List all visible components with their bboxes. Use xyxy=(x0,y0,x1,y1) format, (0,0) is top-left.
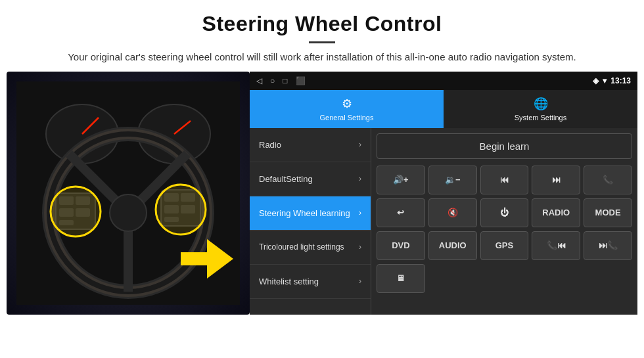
screen-button[interactable]: 🖥 xyxy=(377,264,425,293)
menu-item-tricoloured[interactable]: Tricoloured light settings › xyxy=(250,231,371,265)
next-track-button[interactable]: ⏭ xyxy=(532,166,580,194)
headunit-ui: ◁ ○ □ ⬛ ◈ ▾ 13:13 ⚙ General Settings xyxy=(250,72,637,315)
statusbar-status: ◈ ▾ 13:13 xyxy=(593,76,631,85)
page-title: Steering Wheel Control xyxy=(26,12,618,36)
tab-general-settings[interactable]: ⚙ General Settings xyxy=(250,90,444,128)
wifi-icon: ▾ xyxy=(603,76,607,85)
call-prev-button[interactable]: 📞⏮ xyxy=(532,231,580,260)
steering-wheel-svg xyxy=(7,72,250,315)
content-area: ◁ ○ □ ⬛ ◈ ▾ 13:13 ⚙ General Settings xyxy=(7,72,637,315)
page-wrapper: Steering Wheel Control Your original car… xyxy=(0,0,644,315)
tab-system-settings-label: System Settings xyxy=(515,114,566,122)
menu-item-default-setting[interactable]: DefaultSetting › xyxy=(250,162,371,196)
control-row-2: ↩ 🔇 ⏻ RADIO MODE xyxy=(377,198,632,227)
call-button[interactable]: 📞 xyxy=(584,166,632,194)
tabs-bar: ⚙ General Settings 🌐 System Settings xyxy=(250,90,637,128)
chevron-icon: › xyxy=(359,277,361,286)
vol-down-button[interactable]: 🔉− xyxy=(428,166,477,194)
svg-point-24 xyxy=(51,187,101,236)
page-header: Steering Wheel Control Your original car… xyxy=(0,0,644,72)
chevron-icon: › xyxy=(359,242,361,252)
begin-learn-row: Begin learn xyxy=(377,133,632,159)
mute-button[interactable]: 🔇 xyxy=(428,198,477,227)
svg-point-25 xyxy=(156,185,206,235)
mode-button[interactable]: MODE xyxy=(584,198,632,227)
control-panel: Begin learn 🔊+ 🔉− ⏮ xyxy=(371,128,637,315)
control-row-3: DVD AUDIO GPS 📞⏮ ⏭📞 xyxy=(377,231,632,260)
tab-system-settings[interactable]: 🌐 System Settings xyxy=(444,90,637,128)
menu-item-whitelist[interactable]: Whitelist setting › xyxy=(250,265,371,299)
dvd-button[interactable]: DVD xyxy=(377,231,425,260)
main-panel: Radio › DefaultSetting › Steering Wheel … xyxy=(250,128,637,315)
svg-point-11 xyxy=(110,194,147,231)
chevron-icon: › xyxy=(359,140,361,149)
menu-item-steering-wheel[interactable]: Steering Wheel learning › xyxy=(250,196,371,231)
nav-home-icon[interactable]: ○ xyxy=(270,76,275,85)
vol-up-button[interactable]: 🔊+ xyxy=(377,166,425,194)
title-divider xyxy=(309,41,335,43)
prev-track-button[interactable]: ⏮ xyxy=(480,166,529,194)
gps-button[interactable]: GPS xyxy=(480,231,529,260)
nav-cast-icon[interactable]: ⬛ xyxy=(296,76,306,85)
nav-recent-icon[interactable]: □ xyxy=(283,76,287,85)
control-row-4: 🖥 xyxy=(377,264,632,293)
control-row-1: 🔊+ 🔉− ⏮ ⏭ 📞 xyxy=(377,166,632,194)
power-button[interactable]: ⏻ xyxy=(480,198,529,227)
settings-menu: Radio › DefaultSetting › Steering Wheel … xyxy=(250,128,371,315)
system-settings-icon: 🌐 xyxy=(534,97,548,111)
general-settings-icon: ⚙ xyxy=(342,97,352,111)
statusbar: ◁ ○ □ ⬛ ◈ ▾ 13:13 xyxy=(250,72,637,90)
steering-wheel-image xyxy=(7,72,250,315)
tab-general-settings-label: General Settings xyxy=(320,114,374,122)
chevron-icon: › xyxy=(359,208,361,217)
chevron-icon: › xyxy=(359,174,361,183)
statusbar-nav: ◁ ○ □ ⬛ xyxy=(256,76,306,85)
call-next-button[interactable]: ⏭📞 xyxy=(584,231,632,260)
back-call-button[interactable]: ↩ xyxy=(377,198,425,227)
radio-button[interactable]: RADIO xyxy=(532,198,580,227)
audio-button[interactable]: AUDIO xyxy=(428,231,477,260)
clock: 13:13 xyxy=(610,76,631,85)
nav-back-icon[interactable]: ◁ xyxy=(256,76,262,85)
menu-item-radio[interactable]: Radio › xyxy=(250,128,371,162)
location-icon: ◈ xyxy=(593,76,599,85)
svg-rect-27 xyxy=(181,252,208,265)
begin-learn-button[interactable]: Begin learn xyxy=(377,133,632,159)
page-subtitle: Your original car's steering wheel contr… xyxy=(26,50,618,65)
